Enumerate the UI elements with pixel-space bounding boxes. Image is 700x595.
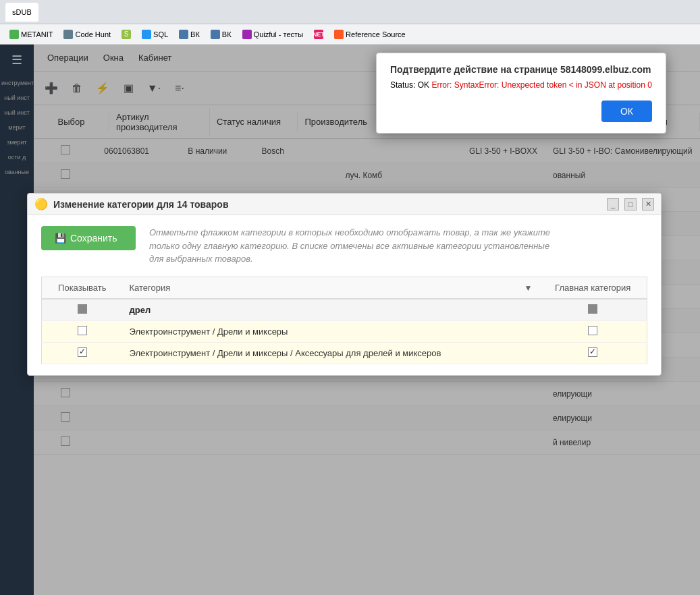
bookmark-label: Code Hunt: [75, 30, 111, 38]
cat2-main-cell[interactable]: [539, 342, 647, 364]
modal-titlebar: 🟡 Изменение категории для 14 товаров _ □…: [28, 194, 661, 215]
cat2-name: Электроинструмент / Дрели и миксеры / Ак…: [123, 342, 518, 364]
save-button[interactable]: 💾 Сохранить: [41, 226, 136, 250]
search-main-cell[interactable]: [539, 299, 647, 321]
search-term: дрел: [130, 305, 151, 315]
cat1-name-text: Электроинструмент / Дрели и миксеры: [130, 327, 288, 337]
bookmark-vk1[interactable]: ВК: [175, 28, 204, 40]
col-category-label: Категория: [130, 283, 171, 293]
bookmark-label: ВК: [222, 30, 232, 38]
bookmark-metanit[interactable]: METANIT: [5, 28, 57, 40]
alert-dialog: Подтвердите действие на странице 5814809…: [376, 53, 666, 134]
alert-title: Подтвердите действие на странице 5814809…: [390, 64, 652, 75]
cat1-show-cell[interactable]: [42, 320, 123, 342]
col-filter-header: ▼: [518, 277, 539, 299]
save-icon: 💾: [55, 233, 66, 244]
modal-maximize-button[interactable]: □: [624, 198, 637, 210]
cat2-main-checkbox[interactable]: [588, 347, 597, 357]
col-show-label: Показывать: [58, 283, 106, 293]
alert-status: Status: OK Error: SyntaxError: Unexpecte…: [390, 80, 652, 90]
modal-body: 💾 Сохранить Отметьте флажком категории в…: [28, 215, 661, 375]
cat2-name-text: Электроинструмент / Дрели и миксеры / Ак…: [130, 348, 441, 358]
bookmark-shopify[interactable]: S: [117, 28, 135, 40]
bookmark-vk2[interactable]: ВК: [207, 28, 236, 40]
cat1-name: Электроинструмент / Дрели и миксеры: [123, 320, 518, 342]
bookmark-codehunt[interactable]: Code Hunt: [59, 28, 115, 40]
category-row-2: Электроинструмент / Дрели и миксеры / Ак…: [42, 342, 647, 364]
search-filter-cell: [518, 299, 539, 321]
category-row-1: Электроинструмент / Дрели и миксеры: [42, 320, 647, 342]
category-modal: 🟡 Изменение категории для 14 товаров _ □…: [27, 193, 662, 376]
cat2-show-checkbox[interactable]: [78, 347, 87, 357]
modal-top-row: 💾 Сохранить Отметьте флажком категории в…: [41, 226, 647, 266]
bookmark-label: SQL: [153, 30, 168, 38]
col-show-header: Показывать: [42, 277, 123, 299]
modal-controls: _ □ ✕: [607, 198, 654, 210]
bookmarks-bar: METANIT Code Hunt S SQL ВК ВК Quizful - …: [0, 24, 700, 45]
modal-title: 🟡 Изменение категории для 14 товаров: [34, 198, 229, 210]
category-search-row: дрел: [42, 299, 647, 321]
search-show-checkbox[interactable]: [78, 304, 87, 314]
search-show-cell[interactable]: [42, 299, 123, 321]
search-category-name: дрел: [123, 299, 518, 321]
alert-btn-row: ОК: [390, 101, 652, 122]
filter-icon[interactable]: ▼: [524, 283, 533, 293]
bookmark-netref[interactable]: NET: [310, 28, 327, 40]
page-content: ☰ инструмент ный инст ный инст мерит зме…: [0, 45, 700, 595]
bookmark-sql[interactable]: SQL: [138, 28, 172, 40]
search-main-checkbox[interactable]: [588, 304, 597, 314]
col-main-header: Главная категория: [539, 277, 647, 299]
col-category-header: Категория: [123, 277, 518, 299]
cat2-filter-cell: [518, 342, 539, 364]
bookmark-label: METANIT: [21, 30, 53, 38]
cat2-show-cell[interactable]: [42, 342, 123, 364]
bookmark-refsource[interactable]: Reference Source: [330, 28, 410, 40]
modal-title-icon: 🟡: [34, 198, 48, 210]
bookmark-label: ВК: [190, 30, 200, 38]
cat1-show-checkbox[interactable]: [78, 326, 87, 335]
cat1-main-checkbox[interactable]: [588, 326, 597, 335]
save-button-label: Сохранить: [70, 233, 117, 244]
modal-minimize-button[interactable]: _: [607, 198, 619, 210]
cat1-main-cell[interactable]: [539, 320, 647, 342]
alert-error-text: Error: SyntaxError: Unexpected token < i…: [431, 80, 651, 90]
browser-tab[interactable]: sDUB: [5, 3, 38, 22]
modal-close-button[interactable]: ✕: [642, 198, 654, 210]
modal-description: Отметьте флажком категории в которых нео…: [149, 226, 554, 266]
modal-title-text: Изменение категории для 14 товаров: [53, 199, 229, 210]
col-main-label: Главная категория: [555, 283, 630, 293]
bookmark-label: Quizful - тесты: [254, 30, 304, 38]
browser-bar: sDUB: [0, 0, 700, 24]
category-table: Показывать Категория ▼ Главная категория: [41, 277, 647, 364]
alert-ok-button[interactable]: ОК: [601, 101, 652, 122]
alert-ok-text: Status: OK: [390, 80, 429, 90]
bookmark-quizful[interactable]: Quizful - тесты: [238, 28, 308, 40]
cat1-filter-cell: [518, 320, 539, 342]
tab-label: sDUB: [12, 8, 32, 16]
bookmark-label: Reference Source: [346, 30, 406, 38]
